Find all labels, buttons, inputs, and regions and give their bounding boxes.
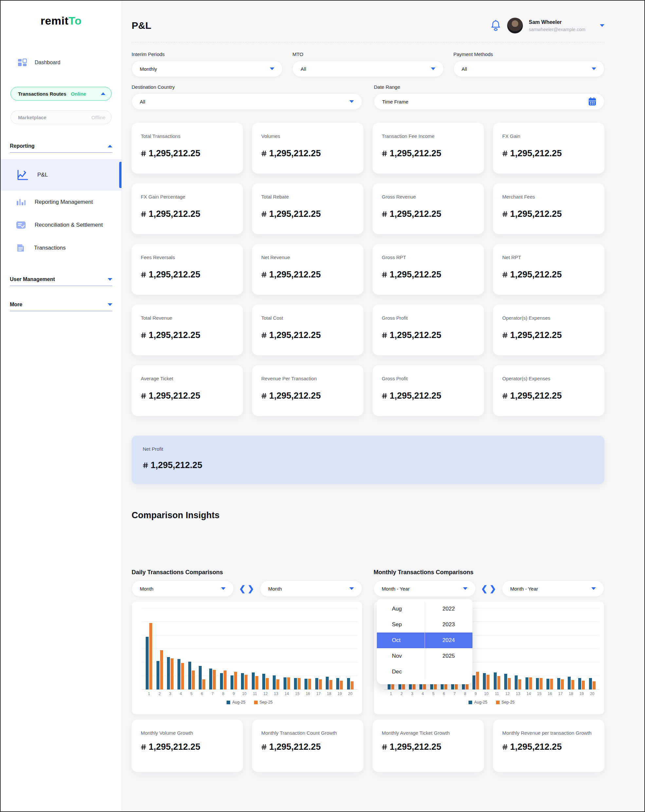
year-option-2022[interactable]: 2022 — [425, 601, 473, 617]
kpi-amount: 1,295,212.25 — [390, 330, 441, 340]
avatar[interactable] — [507, 18, 523, 34]
month-option-Dec[interactable]: Dec — [377, 664, 425, 680]
kpi-amount: 1,295,212.25 — [510, 148, 562, 159]
bar-group-19 — [334, 608, 345, 690]
monthly-monthyear-select-2[interactable]: Month - Year — [502, 580, 604, 597]
x-tick-label: 17 — [555, 691, 566, 696]
bar-group-15 — [292, 608, 302, 690]
sidebar-item-label: Transactions — [34, 245, 66, 251]
sidebar-item-dashboard[interactable]: Dashboard — [1, 54, 122, 71]
chevron-down-icon — [270, 67, 274, 70]
naira-icon — [141, 150, 146, 157]
bar-Aug-25-10 — [483, 673, 486, 690]
x-tick-label: 3 — [407, 691, 418, 696]
mto-select[interactable]: All — [293, 61, 443, 77]
kpi-label: Gross Profit — [382, 314, 475, 322]
chevron-down-icon — [592, 67, 596, 70]
kpi-card: FX Gain1,295,212.25 — [493, 123, 604, 174]
sidebar-item-pnl[interactable]: P&L — [1, 159, 122, 191]
filter-label: Date Range — [374, 84, 604, 90]
bar-Sep-25-18 — [571, 680, 574, 690]
month-option-Nov[interactable]: Nov — [377, 648, 425, 664]
x-axis-labels: 1234567891011121314151617181920 — [142, 691, 358, 696]
destination-country-select[interactable]: All — [132, 93, 362, 110]
sidebar-item-reconciliation[interactable]: Reconciliation & Settlement — [1, 214, 122, 237]
x-tick-label: 9 — [471, 691, 481, 696]
sidebar-section-reporting[interactable]: Reporting — [10, 143, 112, 153]
kpi-card: Fees Reversals1,295,212.25 — [132, 244, 243, 295]
chevron-down-icon — [591, 587, 596, 590]
kpi-grid: Total Transactions1,295,212.25Volumes1,2… — [132, 123, 604, 416]
kpi-label: Total Cost — [261, 314, 354, 322]
x-axis-labels: 1234567891011121314151617181920 — [384, 691, 599, 696]
bar-Aug-25-16 — [546, 679, 549, 690]
month-option-Sep[interactable]: Sep — [377, 617, 425, 632]
bar-Aug-25-19 — [336, 678, 339, 690]
bar-Aug-25-17 — [557, 678, 560, 690]
online-status-badge: Online — [71, 91, 87, 97]
comparison-insights-heading: Comparison Insights — [132, 510, 604, 520]
bell-icon[interactable] — [490, 19, 501, 32]
legend-swatch — [496, 701, 500, 704]
kpi-amount: 1,295,212.25 — [149, 742, 200, 752]
sidebar-item-label: P&L — [37, 172, 48, 178]
bar-group-17 — [313, 608, 324, 690]
selected-value: Monthly — [140, 66, 157, 72]
kpi-card: FX Gain Percentage1,295,212.25 — [132, 183, 243, 234]
x-tick-label: 2 — [396, 691, 407, 696]
bar-group-10 — [239, 608, 250, 690]
x-tick-label: 10 — [481, 691, 491, 696]
kpi-amount: 1,295,212.25 — [510, 742, 562, 752]
bar-Aug-25-11 — [494, 673, 497, 690]
kpi-label: Average Ticket — [141, 375, 234, 382]
kpi-amount: 1,295,212.25 — [390, 209, 441, 219]
kpi-label: Gross Revenue — [382, 193, 475, 200]
bar-Aug-25-20 — [347, 678, 350, 690]
naira-icon — [382, 744, 387, 750]
kpi-label: Total Revenue — [141, 314, 234, 322]
naira-icon — [382, 393, 387, 399]
bar-Aug-25-14 — [526, 678, 528, 690]
x-tick-label: 19 — [576, 691, 587, 696]
legend-swatch — [254, 701, 258, 704]
kpi-card: Volumes1,295,212.25 — [252, 123, 363, 174]
legend-item-Aug-25: Aug-25 — [468, 700, 487, 705]
transactions-routes-toggle[interactable]: Transactions Routes Online — [11, 87, 112, 101]
daily-month-select-2[interactable]: Month — [260, 580, 362, 597]
selected-value: All — [300, 66, 306, 72]
month-option-Aug[interactable]: Aug — [377, 601, 425, 617]
kpi-amount: 1,295,212.25 — [269, 270, 321, 280]
x-tick-label: 5 — [428, 691, 438, 696]
sidebar-section-more[interactable]: More — [10, 302, 112, 311]
chevron-down-icon[interactable] — [600, 24, 604, 27]
kpi-label: Monthly Average Ticket Growth — [382, 730, 475, 737]
x-tick-label: 16 — [302, 691, 313, 696]
page-title: P&L — [132, 20, 151, 31]
sidebar-item-transactions[interactable]: Transactions — [1, 237, 122, 259]
net-profit-label: Net Profit — [143, 446, 593, 452]
date-range-input[interactable]: Time Frame — [374, 93, 604, 110]
bar-group-12 — [502, 608, 513, 690]
bar-Aug-25-17 — [315, 678, 318, 690]
naira-icon — [141, 272, 146, 278]
sidebar-section-user-management[interactable]: User Management — [10, 276, 112, 286]
month-year-dropdown-menu: AugSepOctNovDec 2022202320242025 — [377, 599, 473, 684]
net-profit-banner: Net Profit 1,295,212.25 — [132, 436, 604, 484]
year-option-2023[interactable]: 2023 — [425, 617, 473, 632]
bar-Aug-25-13 — [515, 675, 518, 690]
monthly-monthyear-select-1[interactable]: Month - Year — [374, 580, 476, 597]
daily-month-select-1[interactable]: Month — [132, 580, 234, 597]
daily-comparison-chart: 1234567891011121314151617181920 Aug-25Se… — [132, 601, 363, 714]
x-tick-label: 18 — [324, 691, 334, 696]
payment-methods-select[interactable]: All — [453, 61, 604, 77]
year-option-2025[interactable]: 2025 — [425, 648, 473, 664]
kpi-label: Monthly Transaction Count Growth — [261, 730, 354, 737]
marketplace-toggle[interactable]: Marketplace Offline — [11, 110, 112, 124]
kpi-amount: 1,295,212.25 — [269, 209, 321, 219]
kpi-value: 1,295,212.25 — [382, 742, 475, 752]
user-name: Sam Wheeler — [529, 19, 586, 25]
month-option-Oct[interactable]: Oct — [377, 632, 425, 648]
sidebar-item-reporting-management[interactable]: Reporting Management — [1, 191, 122, 214]
year-option-2024[interactable]: 2024 — [425, 632, 473, 648]
interim-periods-select[interactable]: Monthly — [132, 61, 282, 77]
